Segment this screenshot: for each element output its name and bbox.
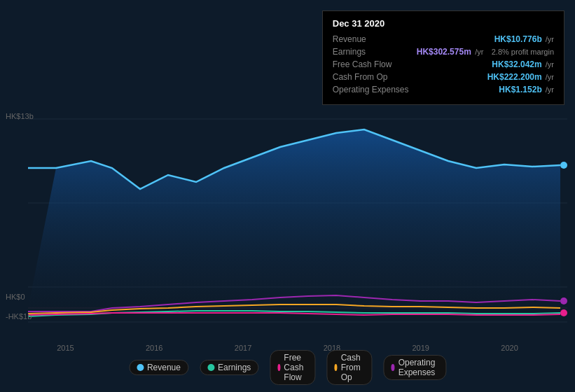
revenue-label: Revenue [333, 34, 417, 44]
fcf-unit: /yr [543, 60, 554, 69]
info-row-earnings: Earnings HK$302.575m /yr 2.8% profit mar… [333, 47, 554, 57]
svg-point-6 [560, 162, 567, 169]
opex-label: Operating Expenses [333, 85, 417, 94]
y-label-mid: HK$0 [6, 293, 25, 301]
info-box: Dec 31 2020 Revenue HK$10.776b /yr Earni… [322, 10, 564, 105]
y-label-top: HK$13b [6, 112, 34, 120]
opex-unit: /yr [543, 85, 554, 94]
info-row-opex: Operating Expenses HK$1.152b /yr [333, 85, 554, 94]
earnings-unit: /yr [475, 48, 483, 56]
revenue-value: HK$10.776b [494, 34, 542, 44]
legend-fcf[interactable]: Free Cash Flow [270, 350, 315, 385]
cashop-label: Cash From Op [333, 72, 417, 82]
legend-label-cashop: Cash From Op [341, 353, 365, 382]
cashop-unit: /yr [543, 73, 554, 81]
legend-earnings[interactable]: Earnings [200, 360, 258, 375]
legend-cashop[interactable]: Cash From Op [326, 350, 372, 385]
opex-value: HK$1.152b [499, 85, 541, 94]
svg-point-8 [560, 309, 567, 316]
x-label-2020: 2020 [501, 344, 518, 352]
legend-dot-cashop [334, 364, 337, 371]
info-box-title: Dec 31 2020 [333, 18, 554, 29]
x-label-2015: 2015 [57, 344, 74, 352]
legend-label-revenue: Revenue [147, 363, 181, 372]
legend-dot-earnings [207, 364, 214, 371]
legend-revenue[interactable]: Revenue [129, 360, 188, 375]
revenue-unit: /yr [543, 35, 554, 43]
earnings-value: HK$302.575m [417, 47, 471, 57]
svg-point-7 [560, 298, 567, 304]
legend-dot-revenue [137, 364, 144, 371]
legend-opex[interactable]: Operating Expenses [383, 355, 446, 380]
y-label-bottom: -HK$1b [6, 312, 32, 321]
fcf-value: HK$32.042m [492, 59, 541, 69]
legend-dot-fcf [277, 364, 280, 371]
legend-label-earnings: Earnings [218, 363, 251, 372]
info-row-cashop: Cash From Op HK$222.200m /yr [333, 72, 554, 82]
earnings-label: Earnings [333, 47, 417, 57]
cashop-value: HK$222.200m [487, 72, 542, 82]
info-row-fcf: Free Cash Flow HK$32.042m /yr [333, 59, 554, 69]
legend: Revenue Earnings Free Cash Flow Cash Fro… [129, 350, 446, 385]
legend-label-opex: Operating Expenses [399, 358, 438, 377]
info-row-revenue: Revenue HK$10.776b /yr [333, 34, 554, 44]
fcf-label: Free Cash Flow [333, 59, 417, 69]
chart-container: HK$13b HK$0 -HK$1b 2015 2016 2017 2018 2… [0, 0, 575, 392]
legend-dot-opex [391, 364, 394, 371]
profit-margin: 2.8% profit margin [492, 48, 554, 56]
legend-label-fcf: Free Cash Flow [284, 353, 307, 382]
